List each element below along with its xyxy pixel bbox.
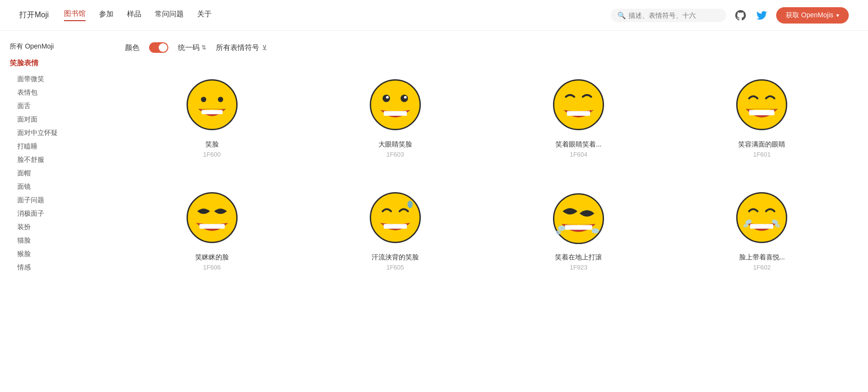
emoji-card[interactable]: 笑着眼睛笑着...1F604 (492, 68, 666, 166)
sidebar-category-label[interactable]: 笑脸表情 (10, 59, 96, 68)
emoji-name: 笑眯眯的脸 (195, 253, 229, 262)
svg-rect-17 (384, 224, 407, 229)
get-openmojis-button[interactable]: 获取 OpenMojis ▾ (776, 7, 849, 24)
nav-links: 图书馆参加样品常问问题关于 (64, 9, 212, 21)
svg-point-23 (556, 230, 561, 234)
sidebar-item[interactable]: 面镜 (17, 180, 96, 194)
svg-point-2 (218, 97, 223, 102)
emoji-name: 大眼睛笑脸 (378, 140, 412, 149)
nav-link-图书馆[interactable]: 图书馆 (64, 9, 86, 21)
emoji-card[interactable]: 笑容满面的眼睛1F601 (675, 68, 849, 166)
all-emoji-filter[interactable]: 所有表情符号 ⊻ (216, 43, 267, 52)
svg-point-1 (201, 97, 206, 102)
sidebar-item[interactable]: 情感 (17, 261, 96, 274)
emoji-code: 1F602 (753, 264, 771, 271)
search-bar: 🔍 (611, 9, 726, 22)
filter-icon: ⊻ (262, 44, 267, 51)
svg-rect-11 (567, 111, 590, 116)
svg-point-5 (382, 95, 390, 102)
sidebar-item[interactable]: 面对中立怀疑 (17, 126, 96, 140)
github-icon[interactable] (734, 9, 747, 22)
sidebar: 所有 OpenMoji 笑脸表情 面带微笑表情包面舌面对面面对中立怀疑打瞌睡脸不… (0, 31, 106, 392)
svg-rect-9 (384, 111, 407, 116)
sidebar-item[interactable]: 面带微笑 (17, 73, 96, 86)
svg-point-6 (401, 95, 408, 102)
nav-link-关于[interactable]: 关于 (197, 10, 212, 21)
emoji-image (183, 76, 241, 134)
svg-point-21 (558, 226, 565, 231)
svg-point-14 (187, 193, 237, 242)
nav-logo[interactable]: 打开Moji (19, 10, 49, 20)
svg-rect-13 (749, 110, 775, 115)
emoji-card[interactable]: 笑眯眯的脸1F606 (125, 181, 299, 279)
nav-link-样品[interactable]: 样品 (127, 10, 141, 21)
svg-rect-3 (201, 110, 223, 114)
emoji-code: 1F600 (203, 151, 221, 158)
emoji-name: 笑容满面的眼睛 (738, 140, 785, 149)
emoji-name: 笑着在地上打滚 (555, 253, 602, 262)
unicode-filter[interactable]: 统一码 ⇅ (178, 43, 206, 52)
sidebar-item[interactable]: 面舌 (17, 99, 96, 113)
emoji-name: 笑脸 (205, 140, 219, 149)
emoji-image (366, 189, 424, 246)
nav-icon-group (734, 9, 768, 22)
sidebar-item[interactable]: 面帽 (17, 167, 96, 180)
toggle-switch[interactable] (149, 42, 168, 53)
all-emoji-label: 所有表情符号 (216, 43, 259, 52)
unicode-label: 统一码 (178, 43, 200, 52)
emoji-code: 1F605 (386, 264, 404, 271)
emoji-code: 1F601 (753, 151, 771, 158)
sidebar-item[interactable]: 猫脸 (17, 234, 96, 247)
sidebar-items-list: 面带微笑表情包面舌面对面面对中立怀疑打瞌睡脸不舒服面帽面镜面子问题消极面子装扮猫… (10, 73, 96, 274)
emoji-code: 1F606 (203, 264, 221, 271)
nav-link-参加[interactable]: 参加 (99, 10, 113, 21)
emoji-card[interactable]: 脸上带着喜悦...1F602 (675, 181, 849, 279)
emoji-card[interactable]: 笑脸1F600 (125, 68, 299, 166)
search-input[interactable] (629, 12, 719, 19)
color-toggle[interactable] (149, 42, 168, 53)
emoji-card[interactable]: 笑着在地上打滚1F923 (492, 181, 666, 279)
emoji-image (183, 189, 241, 246)
sidebar-item[interactable]: 打瞌睡 (17, 140, 96, 153)
emoji-image (550, 76, 607, 134)
emoji-code: 1F604 (570, 151, 588, 158)
nav-link-常问问题[interactable]: 常问问题 (155, 10, 184, 21)
search-icon: 🔍 (617, 12, 626, 19)
sidebar-item[interactable]: 消极面子 (17, 207, 96, 220)
twitter-icon[interactable] (755, 9, 768, 22)
svg-rect-25 (750, 224, 773, 229)
emoji-name: 汗流浃背的笑脸 (372, 253, 419, 262)
emoji-image (733, 189, 791, 246)
color-filter-label: 颜色 (125, 43, 139, 52)
svg-point-22 (592, 228, 599, 233)
svg-point-4 (370, 80, 420, 129)
emoji-name: 笑着眼睛笑着... (555, 140, 602, 149)
sidebar-item[interactable]: 脸不舒服 (17, 153, 96, 167)
emoji-image (366, 76, 424, 134)
main-content: 颜色 统一码 ⇅ 所有表情符号 ⊻ 笑脸1F600 (106, 31, 868, 392)
emoji-card[interactable]: 大眼睛笑脸1F603 (308, 68, 482, 166)
emoji-name: 脸上带着喜悦... (739, 253, 785, 262)
svg-point-0 (187, 80, 237, 129)
emoji-image (550, 189, 607, 246)
sidebar-item[interactable]: 猴脸 (17, 247, 96, 261)
svg-point-12 (737, 80, 787, 129)
sidebar-item[interactable]: 面对面 (17, 113, 96, 126)
svg-point-16 (370, 193, 420, 242)
emoji-card[interactable]: 汗流浃背的笑脸1F605 (308, 181, 482, 279)
sidebar-item[interactable]: 面子问题 (17, 194, 96, 207)
emoji-code: 1F923 (570, 264, 588, 271)
sort-icon: ⇅ (201, 44, 206, 51)
svg-point-10 (554, 80, 603, 129)
svg-point-8 (404, 96, 407, 99)
sidebar-item[interactable]: 装扮 (17, 220, 96, 234)
sidebar-all-label[interactable]: 所有 OpenMoji (10, 42, 96, 51)
get-button-label: 获取 OpenMojis (786, 11, 833, 20)
sidebar-item[interactable]: 表情包 (17, 86, 96, 99)
svg-rect-15 (199, 224, 225, 229)
chevron-down-icon: ▾ (836, 12, 839, 19)
navbar: 打开Moji 图书馆参加样品常问问题关于 🔍 获取 OpenMojis ▾ (0, 0, 868, 31)
emoji-grid: 笑脸1F600 大眼睛笑脸1F603 笑着眼睛笑着...1F604 (125, 68, 849, 279)
svg-point-24 (737, 193, 787, 242)
svg-point-18 (407, 201, 413, 208)
